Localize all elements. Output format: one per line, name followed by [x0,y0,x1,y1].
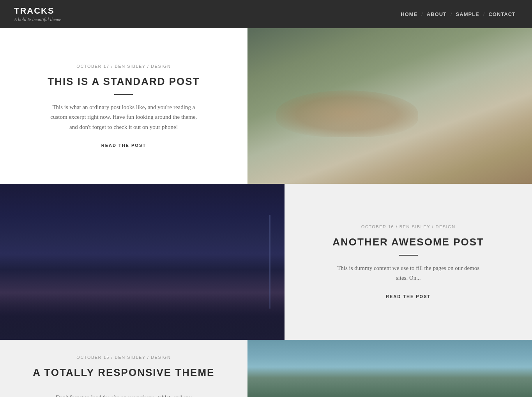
nav-sep-2: / [451,11,452,17]
post-row: OCTOBER 15 / BEN SIBLEY / DESIGN A TOTAL… [0,340,532,397]
post-meta: OCTOBER 15 / BEN SIBLEY / DESIGN [76,355,171,360]
post-row: OCTOBER 16 / BEN SIBLEY / DESIGN ANOTHER… [0,184,532,340]
post-image [247,28,532,184]
post-content: OCTOBER 17 / BEN SIBLEY / DESIGN THIS IS… [0,28,247,184]
site-branding: TRACKS A bold & beautiful theme [14,6,61,23]
nav-home[interactable]: HOME [398,10,420,19]
post-divider [114,94,133,95]
site-title[interactable]: TRACKS [14,6,61,16]
site-header: TRACKS A bold & beautiful theme HOME / A… [0,0,532,28]
nav-about[interactable]: ABOUT [424,10,449,19]
post-title: ANOTHER AWESOME POST [332,236,484,248]
main-navigation: HOME / ABOUT / SAMPLE / CONTACT [398,10,518,19]
post-meta: OCTOBER 17 / BEN SIBLEY / DESIGN [76,64,171,69]
post-title: THIS IS A STANDARD POST [48,76,200,88]
post-image [247,340,532,397]
post-excerpt: This is dummy content we use to fill the… [334,263,483,283]
nav-sep-1: / [421,11,423,17]
post-title: A TOTALLY RESPONSIVE THEME [33,367,214,379]
post-excerpt: Don't forget to load the site on your ph… [49,393,198,397]
post-row: OCTOBER 17 / BEN SIBLEY / DESIGN THIS IS… [0,28,532,184]
post-excerpt: This is what an ordinary post looks like… [49,102,198,132]
post-meta: OCTOBER 16 / BEN SIBLEY / DESIGN [361,224,456,229]
posts-container: OCTOBER 17 / BEN SIBLEY / DESIGN THIS IS… [0,28,532,397]
nav-sample[interactable]: SAMPLE [454,10,482,19]
post-divider [399,255,418,256]
read-more-link[interactable]: READ THE POST [386,294,431,299]
post-image-bridge [0,184,285,340]
nav-sep-3: / [483,11,485,17]
post-content: OCTOBER 15 / BEN SIBLEY / DESIGN A TOTAL… [0,340,247,397]
post-image-railway [247,340,532,397]
nav-contact[interactable]: CONTACT [486,10,518,19]
read-more-link[interactable]: READ THE POST [101,143,146,148]
post-image-forest [247,28,532,184]
site-tagline: A bold & beautiful theme [14,17,61,23]
post-image [0,184,285,340]
post-content: OCTOBER 16 / BEN SIBLEY / DESIGN ANOTHER… [285,184,532,340]
